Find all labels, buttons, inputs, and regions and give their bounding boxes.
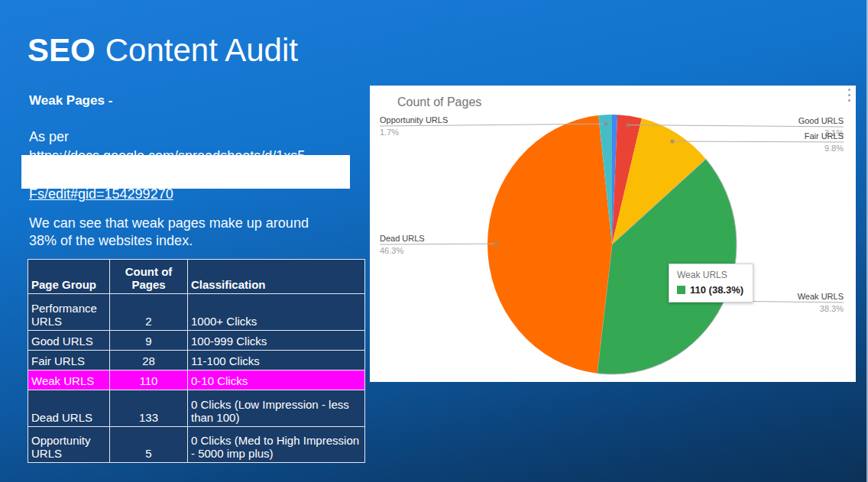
table-row-fair-urls: Fair URLS2811-100 Clicks <box>28 351 365 370</box>
callout-label-fair-urls: Fair URLS <box>805 131 844 141</box>
cell-dead-urls-group: Dead URLS <box>28 390 110 427</box>
table-head: Page GroupCount of PagesClassification <box>28 260 365 294</box>
pie-chart <box>370 86 856 382</box>
cell-dead-urls-classification: 0 Clicks (Low Impression - less than 100… <box>188 390 365 427</box>
cell-weak-urls-group: Weak URLS <box>28 370 110 390</box>
callout-dot-dead-urls <box>494 242 498 246</box>
table-header-count-of-pages: Count of Pages <box>110 260 188 294</box>
chart-card: Count of Pages Weak URLS 110 (38.3%) Opp… <box>370 86 856 382</box>
cell-opportunity-urls-classification: 0 Clicks (Med to High Impression - 5000 … <box>188 427 365 463</box>
table-header-page-group: Page Group <box>28 260 110 294</box>
weak-pages-heading: Weak Pages - <box>29 93 112 108</box>
callout-label-good-urls: Good URLS <box>798 116 844 125</box>
tooltip-swatch-icon <box>677 286 685 294</box>
callout-label-weak-urls: Weak URLS <box>798 292 844 301</box>
table-row-weak-urls: Weak URLS1100-10 Clicks <box>28 370 365 390</box>
link-intro-text: As per <box>29 128 362 147</box>
slide-canvas: SEOContent Audit Weak Pages - As per htt… <box>0 0 868 482</box>
cell-good-urls-group: Good URLS <box>28 331 110 351</box>
table-body: Performance URLS21000+ ClicksGood URLS91… <box>28 294 365 463</box>
callout-line-fair-urls <box>672 141 844 142</box>
redaction-overlay <box>21 155 350 189</box>
callout-pct-weak-urls: 38.3% <box>820 304 844 313</box>
cell-fair-urls-count: 28 <box>110 351 188 370</box>
body-paragraph: We can see that weak pages make up aroun… <box>29 215 309 250</box>
callout-pct-dead-urls: 46.3% <box>380 246 403 255</box>
pie-slice-dead-urls[interactable] <box>487 115 612 374</box>
callout-dot-fair-urls <box>670 140 674 144</box>
cell-performance-urls-group: Performance URLS <box>28 294 110 331</box>
cell-good-urls-classification: 100-999 Clicks <box>188 331 365 351</box>
page-title-bold: SEO <box>28 32 96 68</box>
cell-opportunity-urls-group: Opportunity URLS <box>28 427 110 463</box>
spreadsheet-link-line-2[interactable]: Fs/edit#gid=154299270 <box>29 186 173 202</box>
table-row-good-urls: Good URLS9100-999 Clicks <box>28 331 365 351</box>
tooltip-series-label: Weak URLS <box>677 270 743 280</box>
body-line-2: 38% of the websites index. <box>29 232 309 250</box>
callout-line-dead-urls <box>380 244 496 244</box>
cell-good-urls-count: 9 <box>110 331 188 351</box>
cell-opportunity-urls-count: 5 <box>110 427 188 463</box>
page-title-rest: Content Audit <box>105 32 298 68</box>
chart-tooltip: Weak URLS 110 (38.3%) <box>669 264 753 302</box>
callout-label-opportunity-urls: Opportunity URLS <box>380 115 448 125</box>
page-title: SEOContent Audit <box>28 31 298 70</box>
cell-fair-urls-classification: 11-100 Clicks <box>188 351 365 370</box>
table-header-classification: Classification <box>188 260 365 294</box>
table-row-opportunity-urls: Opportunity URLS50 Clicks (Med to High I… <box>28 427 365 463</box>
table-row-performance-urls: Performance URLS21000+ Clicks <box>28 294 365 331</box>
cell-performance-urls-count: 2 <box>110 294 188 331</box>
callout-pct-opportunity-urls: 1.7% <box>380 128 399 137</box>
callout-pct-fair-urls: 9.8% <box>824 144 844 153</box>
table-row-dead-urls: Dead URLS1330 Clicks (Low Impression - l… <box>28 390 365 427</box>
page-group-table: Page GroupCount of PagesClassification P… <box>28 259 365 463</box>
kebab-menu-icon[interactable] <box>847 87 852 103</box>
body-line-1: We can see that weak pages make up aroun… <box>29 215 309 232</box>
tooltip-value: 110 (38.3%) <box>690 284 743 296</box>
cell-weak-urls-count: 110 <box>110 370 188 390</box>
callout-dot-opportunity-urls <box>604 122 607 126</box>
cell-performance-urls-classification: 1000+ Clicks <box>188 294 365 331</box>
cell-fair-urls-group: Fair URLS <box>28 351 110 370</box>
cell-dead-urls-count: 133 <box>110 390 188 427</box>
callout-dot-good-urls <box>627 123 630 127</box>
callout-label-dead-urls: Dead URLS <box>380 234 425 243</box>
chart-title: Count of Pages <box>397 95 481 109</box>
cell-weak-urls-classification: 0-10 Clicks <box>188 370 365 390</box>
